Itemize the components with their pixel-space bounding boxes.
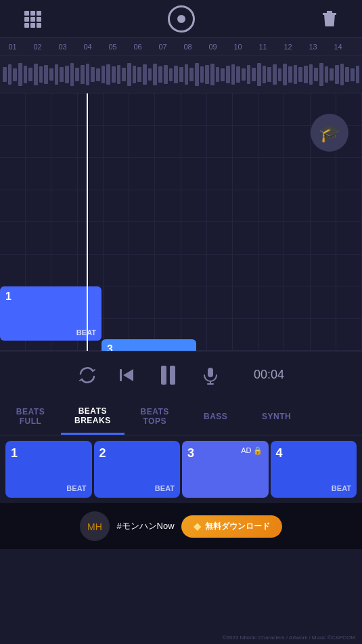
waveform-bar xyxy=(195,63,199,86)
waveform-bar xyxy=(330,68,334,80)
tab-beats-full[interactable]: BEATS FULL xyxy=(0,398,61,435)
timeline-ruler: 01 02 03 04 05 06 07 08 09 10 11 12 13 1… xyxy=(0,37,362,56)
waveform-bar xyxy=(101,66,106,84)
ruler-08: 08 xyxy=(175,43,200,51)
waveform-bar xyxy=(133,66,137,84)
beat-pad-3[interactable]: 3 AD 🔒 xyxy=(182,441,269,498)
waveform-bar xyxy=(86,64,90,85)
delete-icon[interactable] xyxy=(317,7,342,31)
grid-row-line xyxy=(0,190,362,223)
waveform-bar xyxy=(24,66,28,84)
waveform-bar xyxy=(3,67,7,83)
waveform-bar xyxy=(75,68,79,82)
ruler-11: 11 xyxy=(250,43,275,51)
waveform-bar xyxy=(117,65,121,85)
waveform-bar xyxy=(96,68,100,81)
waveform-bar xyxy=(179,67,183,83)
waveform-bar xyxy=(345,67,349,83)
waveform-bar xyxy=(236,66,240,83)
grid-area[interactable]: 1 BEAT 3 BEAT 🎓 xyxy=(0,93,362,351)
waveform-bar xyxy=(137,67,141,83)
beat-pad-1-number: 1 xyxy=(11,446,87,460)
record-icon[interactable] xyxy=(168,5,195,33)
beat-pad-2-label: BEAT xyxy=(99,484,175,492)
waveform-bar xyxy=(91,67,95,83)
beat-block-1-label: BEAT xyxy=(5,328,96,337)
beat-pad-4[interactable]: 4 BEAT xyxy=(271,441,357,498)
waveform-bar xyxy=(319,63,323,86)
beat-pads: 1 BEAT 2 BEAT 3 AD 🔒 4 BEAT xyxy=(0,435,362,503)
grid-row-line xyxy=(0,126,362,158)
waveform-bar xyxy=(335,65,339,85)
waveform-bar xyxy=(143,64,147,85)
waveform-bar xyxy=(55,64,59,85)
svg-rect-4 xyxy=(30,17,35,22)
skip-back-button[interactable] xyxy=(117,366,136,385)
waveform-bar xyxy=(65,66,69,84)
waveform-bar xyxy=(158,66,162,83)
tutorial-button[interactable]: 🎓 xyxy=(311,114,348,152)
waveform-bar xyxy=(205,65,209,85)
ruler-07: 07 xyxy=(150,43,175,51)
mic-button[interactable] xyxy=(201,366,220,385)
download-label: 無料ダウンロード xyxy=(205,521,270,532)
svg-rect-9 xyxy=(120,369,122,381)
waveform-bar xyxy=(44,65,48,85)
waveform-bar xyxy=(210,64,214,85)
waveform-bar xyxy=(231,64,235,85)
waveform-area xyxy=(0,56,362,93)
waveform-bar xyxy=(350,68,355,81)
playhead xyxy=(87,93,88,351)
waveform-bar xyxy=(28,68,32,82)
tab-bass[interactable]: BASS xyxy=(185,398,246,435)
waveform-bar xyxy=(252,68,256,82)
category-tabs: BEATS FULL BEATS BREAKS BEATS TOPS BASS … xyxy=(0,398,362,435)
ruler-02: 02 xyxy=(25,43,50,51)
tab-synth[interactable]: SYNTH xyxy=(246,398,307,435)
mh-logo: MH xyxy=(80,511,110,541)
loop-button[interactable] xyxy=(78,366,97,385)
ruler-06: 06 xyxy=(125,43,150,51)
waveform-bar xyxy=(112,66,116,83)
tab-beats-tops[interactable]: BEATS TOPS xyxy=(125,398,185,435)
hashtag-text: #モンハンNow xyxy=(116,520,174,532)
waveform-bar xyxy=(283,64,287,85)
beat-block-3-number: 3 xyxy=(107,343,191,351)
beat-pad-1[interactable]: 1 BEAT xyxy=(5,441,92,498)
waveform-bar xyxy=(216,67,220,83)
svg-rect-0 xyxy=(24,11,29,16)
beat-block-1-number: 1 xyxy=(5,291,96,303)
ruler-09: 09 xyxy=(200,43,225,51)
waveform-bar xyxy=(39,66,43,83)
beat-pad-2[interactable]: 2 BEAT xyxy=(94,441,181,498)
waveform-bar xyxy=(18,63,22,86)
grid-icon[interactable] xyxy=(20,7,45,31)
transport-controls: 00:04 xyxy=(0,351,362,398)
ruler-12: 12 xyxy=(275,43,300,51)
beat-pad-4-label: BEAT xyxy=(276,484,352,492)
download-button[interactable]: ◆ 無料ダウンロード xyxy=(181,515,282,538)
waveform-bar xyxy=(127,63,131,86)
copyright-text: ©2023 Nfantic Characters / Artwork / Mus… xyxy=(223,635,355,641)
waveform-bars xyxy=(0,56,362,93)
waveform-bar xyxy=(49,68,53,80)
waveform-bar xyxy=(309,64,313,85)
waveform-bar xyxy=(200,66,204,83)
waveform-bar xyxy=(226,66,230,84)
pause-bar-left xyxy=(161,366,166,385)
svg-text:MH: MH xyxy=(87,521,102,532)
ruler-14: 14 xyxy=(325,43,350,51)
diamond-icon: ◆ xyxy=(194,521,201,532)
waveform-bar xyxy=(294,65,298,85)
tab-beats-breaks[interactable]: BEATS BREAKS xyxy=(61,398,125,435)
waveform-bar xyxy=(221,68,225,81)
waveform-bar xyxy=(314,68,318,82)
pause-button[interactable] xyxy=(156,363,181,387)
svg-rect-7 xyxy=(30,23,35,28)
beat-block-3[interactable]: 3 BEAT xyxy=(101,339,196,351)
waveform-bar xyxy=(122,68,126,82)
svg-rect-5 xyxy=(37,17,41,22)
transport-time: 00:04 xyxy=(254,368,284,382)
svg-rect-3 xyxy=(24,17,29,22)
waveform-bar xyxy=(356,66,360,84)
